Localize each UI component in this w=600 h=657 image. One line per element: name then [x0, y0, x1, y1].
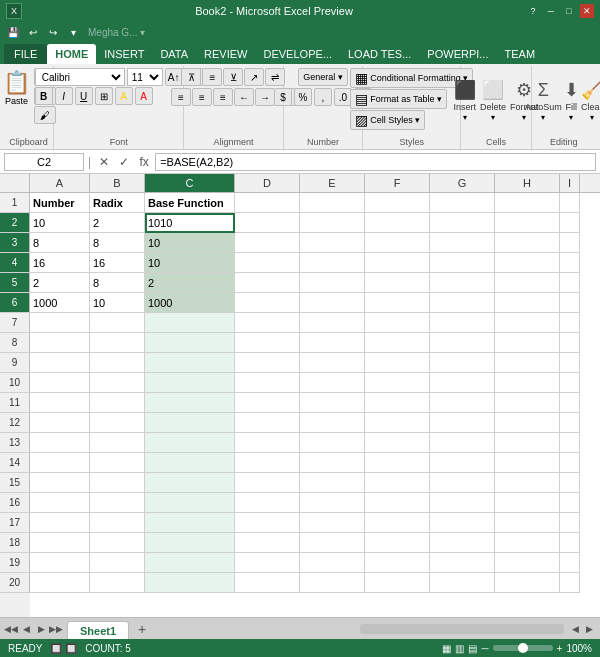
- col-header-b[interactable]: B: [90, 174, 145, 192]
- cell-G13[interactable]: [430, 433, 495, 453]
- cell-E12[interactable]: [300, 413, 365, 433]
- add-sheet-button[interactable]: +: [133, 620, 151, 638]
- tab-file[interactable]: FILE: [4, 44, 47, 64]
- cell-G14[interactable]: [430, 453, 495, 473]
- cell-E19[interactable]: [300, 553, 365, 573]
- cell-G5[interactable]: [430, 273, 495, 293]
- cell-I4[interactable]: [560, 253, 580, 273]
- cell-I7[interactable]: [560, 313, 580, 333]
- paste-button[interactable]: 📋 Paste: [1, 68, 32, 108]
- cell-G11[interactable]: [430, 393, 495, 413]
- cell-B4[interactable]: 16: [90, 253, 145, 273]
- row-num-17[interactable]: 17: [0, 513, 30, 533]
- view-normal-button[interactable]: ▦: [442, 643, 451, 654]
- tab-powerpivot[interactable]: POWERPI...: [419, 44, 496, 64]
- row-num-15[interactable]: 15: [0, 473, 30, 493]
- confirm-formula-button[interactable]: ✓: [115, 153, 133, 171]
- cell-B10[interactable]: [90, 373, 145, 393]
- cell-I17[interactable]: [560, 513, 580, 533]
- cell-H7[interactable]: [495, 313, 560, 333]
- cell-I12[interactable]: [560, 413, 580, 433]
- cell-E16[interactable]: [300, 493, 365, 513]
- cell-D3[interactable]: [235, 233, 300, 253]
- cell-F1[interactable]: [365, 193, 430, 213]
- sheet-nav-next[interactable]: ▶: [34, 622, 48, 636]
- border-button[interactable]: ⊞: [95, 87, 113, 105]
- row-num-5[interactable]: 5: [0, 273, 30, 293]
- row-num-12[interactable]: 12: [0, 413, 30, 433]
- cell-F3[interactable]: [365, 233, 430, 253]
- cell-C15[interactable]: [145, 473, 235, 493]
- cell-F15[interactable]: [365, 473, 430, 493]
- align-top-button[interactable]: ⊼: [181, 68, 201, 86]
- cell-H6[interactable]: [495, 293, 560, 313]
- cell-H10[interactable]: [495, 373, 560, 393]
- cell-F6[interactable]: [365, 293, 430, 313]
- cell-E5[interactable]: [300, 273, 365, 293]
- cell-I3[interactable]: [560, 233, 580, 253]
- sheet-tab-sheet1[interactable]: Sheet1: [67, 621, 129, 639]
- col-header-f[interactable]: F: [365, 174, 430, 192]
- cell-F4[interactable]: [365, 253, 430, 273]
- cell-D4[interactable]: [235, 253, 300, 273]
- save-qat-button[interactable]: 💾: [4, 23, 22, 41]
- text-orientation-button[interactable]: ↗: [244, 68, 264, 86]
- col-header-a[interactable]: A: [30, 174, 90, 192]
- cell-A16[interactable]: [30, 493, 90, 513]
- undo-qat-button[interactable]: ↩: [24, 23, 42, 41]
- sheet-nav-prev[interactable]: ◀: [19, 622, 33, 636]
- view-layout-button[interactable]: ▥: [455, 643, 464, 654]
- cell-D2[interactable]: [235, 213, 300, 233]
- cell-I1[interactable]: [560, 193, 580, 213]
- cell-I10[interactable]: [560, 373, 580, 393]
- cell-C13[interactable]: [145, 433, 235, 453]
- cell-B6[interactable]: 10: [90, 293, 145, 313]
- cell-A7[interactable]: [30, 313, 90, 333]
- cell-E18[interactable]: [300, 533, 365, 553]
- cell-D8[interactable]: [235, 333, 300, 353]
- cell-G18[interactable]: [430, 533, 495, 553]
- cell-B17[interactable]: [90, 513, 145, 533]
- cell-C5[interactable]: 2: [145, 273, 235, 293]
- cell-G4[interactable]: [430, 253, 495, 273]
- cell-styles-button[interactable]: ▨ Cell Styles ▾: [350, 110, 425, 130]
- cell-A1[interactable]: Number: [30, 193, 90, 213]
- cell-H11[interactable]: [495, 393, 560, 413]
- cell-E2[interactable]: [300, 213, 365, 233]
- cell-G12[interactable]: [430, 413, 495, 433]
- cell-A12[interactable]: [30, 413, 90, 433]
- sheet-nav-first[interactable]: ◀◀: [4, 622, 18, 636]
- cell-A18[interactable]: [30, 533, 90, 553]
- cell-F8[interactable]: [365, 333, 430, 353]
- cell-A8[interactable]: [30, 333, 90, 353]
- cell-C11[interactable]: [145, 393, 235, 413]
- underline-button[interactable]: U: [75, 87, 93, 105]
- tab-load-test[interactable]: LOAD TES...: [340, 44, 419, 64]
- cell-E9[interactable]: [300, 353, 365, 373]
- minimize-button[interactable]: ─: [544, 4, 558, 18]
- clear-button[interactable]: 🧹 Clear ▾: [581, 79, 600, 122]
- cell-G2[interactable]: [430, 213, 495, 233]
- cell-E7[interactable]: [300, 313, 365, 333]
- cell-C3[interactable]: 10: [145, 233, 235, 253]
- cell-F11[interactable]: [365, 393, 430, 413]
- cell-A6[interactable]: 1000: [30, 293, 90, 313]
- cell-C19[interactable]: [145, 553, 235, 573]
- row-num-8[interactable]: 8: [0, 333, 30, 353]
- row-num-14[interactable]: 14: [0, 453, 30, 473]
- cell-D12[interactable]: [235, 413, 300, 433]
- align-bottom-button[interactable]: ⊻: [223, 68, 243, 86]
- cell-B8[interactable]: [90, 333, 145, 353]
- cell-F19[interactable]: [365, 553, 430, 573]
- cell-C12[interactable]: [145, 413, 235, 433]
- tab-review[interactable]: REVIEW: [196, 44, 255, 64]
- row-num-11[interactable]: 11: [0, 393, 30, 413]
- cell-A10[interactable]: [30, 373, 90, 393]
- cell-H19[interactable]: [495, 553, 560, 573]
- cell-G8[interactable]: [430, 333, 495, 353]
- cell-B1[interactable]: Radix: [90, 193, 145, 213]
- row-num-4[interactable]: 4: [0, 253, 30, 273]
- cell-A11[interactable]: [30, 393, 90, 413]
- number-format-button[interactable]: General ▾: [298, 68, 348, 86]
- cell-F7[interactable]: [365, 313, 430, 333]
